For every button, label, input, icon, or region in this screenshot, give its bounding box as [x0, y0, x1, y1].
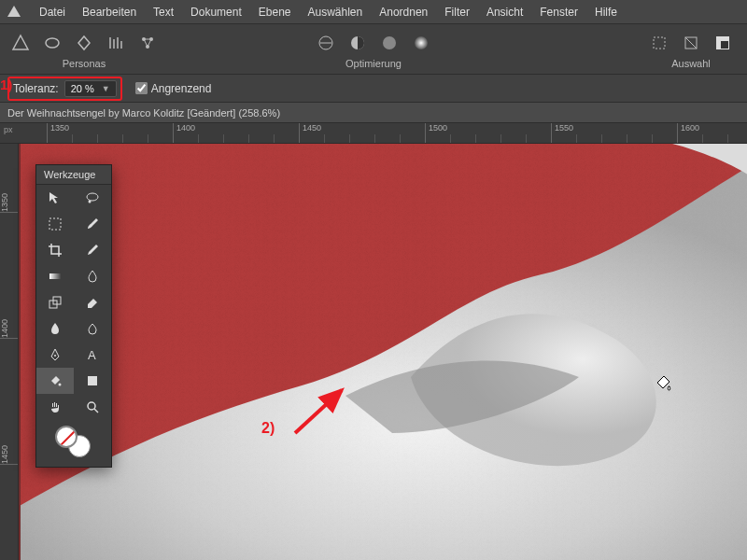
ruler-horizontal[interactable]: px 135014001450150015501600 — [0, 123, 747, 144]
menu-ansicht[interactable]: Ansicht — [486, 6, 523, 19]
optimierung-group: Optimierung — [313, 30, 434, 69]
ruler-tick: 1450 — [0, 442, 18, 465]
auswahl-label: Auswahl — [671, 58, 711, 69]
liquify-persona-icon[interactable] — [39, 30, 65, 56]
svg-line-14 — [685, 37, 697, 49]
exposure-icon[interactable] — [408, 30, 434, 56]
svg-text:A: A — [88, 348, 96, 362]
contiguous-checkbox-input[interactable] — [135, 82, 148, 94]
crop-tool[interactable] — [36, 237, 74, 263]
contiguous-label: Angrenzend — [151, 82, 212, 95]
svg-rect-18 — [19, 144, 21, 560]
clone-tool[interactable] — [36, 289, 74, 315]
svg-point-19 — [87, 193, 98, 201]
app-logo-icon — [6, 6, 22, 19]
ruler-unit-label: px — [4, 125, 13, 134]
ruler-tick: 1550 — [551, 123, 573, 143]
selection-rect-icon[interactable] — [646, 30, 672, 56]
svg-line-30 — [94, 409, 98, 413]
svg-rect-12 — [654, 37, 665, 49]
menu-bearbeiten[interactable]: Bearbeiten — [82, 6, 136, 19]
context-toolbar: Toleranz: 20 % ▼ Angrenzend — [0, 75, 747, 103]
tolerance-value: 20 % — [71, 83, 94, 94]
ruler-vertical[interactable]: 135014001450 — [0, 144, 19, 560]
tools-panel[interactable]: Werkzeuge A — [35, 164, 112, 468]
color-swatches[interactable] — [36, 420, 111, 467]
primary-color-swatch[interactable] — [55, 426, 78, 448]
svg-point-25 — [54, 355, 56, 357]
ruler-tick: 1400 — [173, 123, 195, 143]
tools-grid: A — [36, 185, 111, 420]
flood-fill-tool[interactable] — [36, 368, 74, 394]
menu-text[interactable]: Text — [153, 6, 174, 19]
persona-toolbar: Personas Optimierung Auswahl — [0, 24, 747, 75]
tolerance-label: Toleranz: — [13, 82, 59, 95]
ruler-tick: 1350 — [0, 190, 18, 213]
erase-tool[interactable] — [74, 289, 111, 315]
svg-point-20 — [89, 201, 92, 203]
move-tool[interactable] — [36, 185, 74, 211]
document-canvas[interactable] — [19, 144, 747, 560]
svg-point-29 — [88, 402, 95, 410]
photo-persona-icon[interactable] — [7, 30, 34, 56]
menu-anordnen[interactable]: Anordnen — [379, 6, 428, 19]
tolerance-control: Toleranz: 20 % ▼ — [7, 77, 122, 101]
menu-auswaehlen[interactable]: Auswählen — [307, 6, 362, 19]
develop-persona-icon[interactable] — [71, 30, 97, 56]
lasso-tool[interactable] — [74, 185, 111, 211]
tools-panel-title[interactable]: Werkzeuge — [36, 165, 111, 185]
svg-marker-1 — [13, 35, 28, 49]
burn-tool[interactable] — [36, 315, 74, 342]
ruler-tick: 1600 — [677, 123, 699, 143]
menu-hilfe[interactable]: Hilfe — [595, 6, 617, 19]
selection-crossed-icon[interactable] — [678, 30, 704, 56]
tolerance-dropdown[interactable]: 20 % ▼ — [64, 80, 117, 97]
svg-point-27 — [59, 384, 62, 386]
zoom-tool[interactable] — [74, 394, 111, 420]
svg-point-11 — [415, 36, 428, 49]
ruler-tick: 1500 — [425, 123, 447, 143]
contrast-icon[interactable] — [345, 30, 371, 56]
levels-icon[interactable] — [313, 30, 339, 56]
menu-ebene[interactable]: Ebene — [259, 6, 291, 19]
menu-bar: Datei Bearbeiten Text Dokument Ebene Aus… — [0, 0, 747, 24]
hand-tool[interactable] — [36, 394, 74, 420]
tonemap-persona-icon[interactable] — [103, 30, 129, 56]
svg-marker-3 — [78, 36, 90, 49]
export-persona-icon[interactable] — [134, 30, 161, 56]
svg-rect-28 — [88, 376, 97, 385]
ruler-tick: 1400 — [0, 316, 18, 339]
chevron-down-icon: ▼ — [102, 84, 110, 93]
document-title: Der Weihnachtsengel by Marco Kolditz [Ge… — [7, 107, 280, 119]
svg-point-10 — [383, 36, 396, 49]
svg-rect-22 — [49, 273, 61, 279]
optimierung-label: Optimierung — [345, 58, 402, 69]
selection-mask-icon[interactable] — [710, 30, 736, 56]
text-tool[interactable]: A — [74, 342, 111, 368]
svg-marker-0 — [7, 6, 21, 17]
dodge-tool[interactable] — [74, 315, 111, 342]
svg-rect-16 — [721, 41, 728, 49]
svg-point-2 — [46, 38, 59, 48]
marquee-tool[interactable] — [36, 211, 74, 237]
personas-label: Personas — [63, 58, 106, 69]
white-balance-icon[interactable] — [376, 30, 402, 56]
annotation-1: 1) — [0, 77, 12, 92]
blur-tool[interactable] — [74, 263, 111, 289]
brush-tool[interactable] — [74, 211, 111, 237]
ruler-tick: 1450 — [299, 123, 321, 143]
menu-fenster[interactable]: Fenster — [540, 6, 578, 19]
document-title-bar: Der Weihnachtsengel by Marco Kolditz [Ge… — [0, 103, 747, 123]
personas-group: Personas — [7, 30, 161, 69]
pen-tool[interactable] — [36, 342, 74, 368]
contiguous-checkbox[interactable]: Angrenzend — [135, 82, 212, 95]
menu-filter[interactable]: Filter — [444, 6, 470, 19]
eyedropper-tool[interactable] — [74, 237, 111, 263]
gradient-tool[interactable] — [36, 263, 74, 289]
ruler-tick: 1350 — [47, 123, 69, 143]
svg-rect-21 — [49, 218, 61, 230]
menu-datei[interactable]: Datei — [39, 6, 65, 19]
menu-dokument[interactable]: Dokument — [190, 6, 242, 19]
auswahl-group: Auswahl — [646, 30, 736, 69]
shape-tool[interactable] — [74, 368, 111, 394]
